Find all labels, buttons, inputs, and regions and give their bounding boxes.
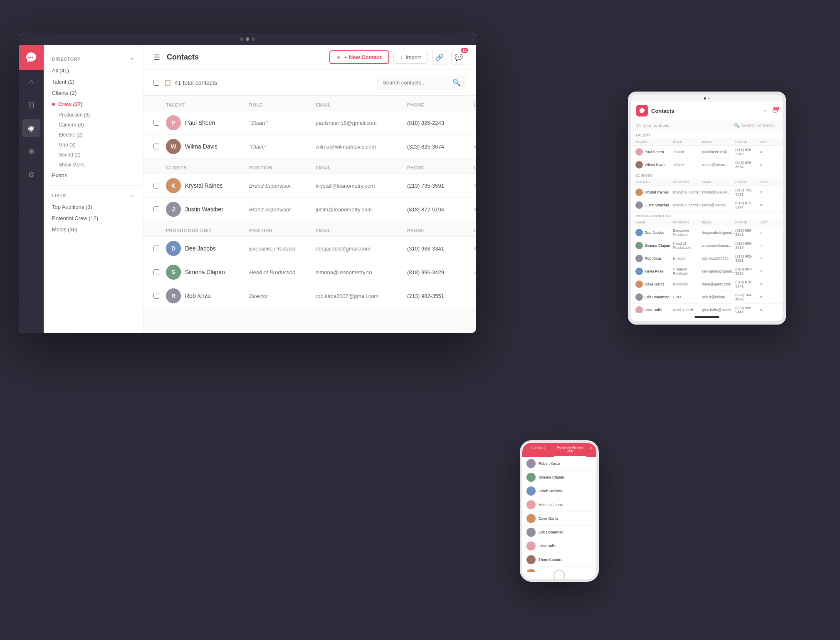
col-role: ROLE	[249, 102, 316, 107]
avatar: K	[166, 178, 181, 193]
phone-tabs: Contacts Potential Writers (13) ✕	[522, 443, 596, 457]
sidebar-item-top-auditions[interactable]: Top Auditions (3)	[44, 201, 143, 213]
search-input[interactable]	[383, 79, 449, 86]
notifications-button[interactable]: 💬 12	[451, 50, 466, 65]
client-row[interactable]: J Justin Watcher Brand Supervisor justin…	[143, 198, 476, 221]
tablet-table: TALENT TALENT ROLE EMAIL PHONE LIST Paul…	[631, 131, 783, 313]
sidebar-item-clients[interactable]: Clients (2)	[44, 87, 143, 99]
phone-tab-contacts[interactable]: Contacts	[522, 443, 554, 457]
tablet-row[interactable]: Kevin Pires Creative Producer kevmpires@…	[631, 265, 783, 278]
avatar: R	[166, 288, 181, 303]
tablet-row[interactable]: Wilma Davis "Claire" wilma@wilma... (323…	[631, 159, 783, 171]
nav-contacts-icon[interactable]: ◉	[22, 119, 40, 137]
phone-list-item[interactable]: Melinda Johns	[522, 498, 596, 512]
list-icon[interactable]: ≡	[474, 206, 476, 213]
phone-home-button[interactable]	[553, 570, 565, 581]
tablet-logo	[636, 105, 648, 117]
row-checkbox[interactable]	[153, 246, 159, 251]
app-logo[interactable]	[19, 45, 44, 70]
list-icon[interactable]: ≡	[474, 119, 476, 126]
tablet-row[interactable]: Rob Kirza Director rob.kirza2007@... (21…	[631, 252, 783, 265]
topbar: ☰ Contacts + + New Contact ↓ Import 🔗 💬 …	[143, 45, 476, 70]
row-checkbox[interactable]	[153, 293, 159, 299]
lists-section-header[interactable]: LISTS	[44, 190, 143, 201]
avatar	[526, 514, 536, 523]
nav-group-icon[interactable]: ⊕	[22, 142, 40, 161]
tablet-toolbar: 41 total contacts 🔍 Search contacts...	[631, 120, 783, 131]
row-checkbox[interactable]	[153, 206, 159, 212]
row-checkbox[interactable]	[153, 120, 159, 126]
sidebar-item-extras[interactable]: Extras	[44, 170, 143, 181]
sidebar-item-sound[interactable]: Sound (2)	[44, 150, 143, 160]
sidebar: DIRECTORY All (41) Talent (2) Clients (2…	[44, 45, 143, 333]
production-row[interactable]: R Rob Kirza Director rob.kirza2007@gmail…	[143, 284, 476, 308]
row-checkbox[interactable]	[153, 269, 159, 275]
phone-list-item[interactable]: Gina Balis	[522, 539, 596, 553]
titlebar-dot	[246, 37, 249, 41]
production-row[interactable]: D Dee Jacobs Executive Producer deejacob…	[143, 237, 476, 260]
avatar	[526, 528, 536, 537]
sidebar-item-crew[interactable]: Crew (37)	[44, 99, 143, 110]
link-button[interactable]: 🔗	[432, 50, 447, 65]
list-icon[interactable]: ≡	[474, 182, 476, 189]
tablet-row[interactable]: Simona Clapan Head of Production simona@…	[631, 239, 783, 252]
tablet-row[interactable]: Gina Balis Prod. Coord. gina.balis@aesm.…	[631, 304, 783, 313]
sidebar-item-potential-crew[interactable]: Potential Crew (12)	[44, 213, 143, 224]
sidebar-item-production[interactable]: Production (8)	[44, 110, 143, 120]
tablet-clients-label: CLIENTS	[631, 171, 783, 179]
tablet-edit-icon[interactable]: ✏	[763, 109, 767, 113]
client-row[interactable]: K Krystal Raines Brand Supervisor krysta…	[143, 174, 476, 198]
nav-settings-icon[interactable]: ⚙	[22, 166, 40, 184]
avatar: S	[166, 265, 181, 280]
list-icon[interactable]: ≡	[474, 293, 476, 299]
phone-list-item[interactable]: Caleb Jenkins	[522, 484, 596, 498]
hamburger-icon[interactable]: ☰	[153, 53, 160, 62]
col-list: LIST	[474, 102, 476, 107]
tablet-notif-icon[interactable]: 💬12	[773, 109, 778, 113]
phone-tab-writers[interactable]: Potential Writers (13)	[554, 443, 586, 457]
phone-list-item[interactable]: Robert Kirazi	[522, 457, 596, 471]
sidebar-item-electric[interactable]: Electric (2)	[44, 130, 143, 140]
tablet-row[interactable]: Erik Hoberman UPM erik.h@holoie... (562)…	[631, 291, 783, 304]
phone-list-item[interactable]: Erik Hoberman	[522, 526, 596, 539]
sidebar-item-grip[interactable]: Grip (3)	[44, 140, 143, 150]
phone-list-item-thom[interactable]: Thom Couture	[522, 553, 596, 567]
row-checkbox[interactable]	[153, 144, 159, 149]
talent-row[interactable]: P Paul Sheen "Stuart" paulsheen18@gmail.…	[143, 111, 476, 135]
col-list: LIST	[474, 228, 476, 233]
chevron-down-icon	[130, 57, 135, 62]
tablet-row[interactable]: Dee Jacobs Executive Producer deejacobs@…	[631, 226, 783, 239]
row-checkbox[interactable]	[153, 183, 159, 189]
col-list: LIST	[474, 165, 476, 170]
list-icon[interactable]: ≡	[474, 143, 476, 150]
sidebar-item-meals[interactable]: Meals (36)	[44, 224, 143, 235]
avatar	[526, 500, 536, 509]
phone-close-icon[interactable]: ✕	[586, 443, 596, 457]
sidebar-divider	[44, 185, 143, 186]
col-clients: CLIENTS	[166, 165, 249, 170]
tablet-row[interactable]: Justin Watcher Brand Supervisor justin@l…	[631, 199, 783, 212]
list-icon[interactable]: ≡	[474, 245, 476, 252]
sidebar-item-show-more[interactable]: Show More..	[44, 160, 143, 170]
name-cell: W Wilma Davis	[166, 139, 249, 154]
import-button[interactable]: ↓ Import	[393, 51, 428, 64]
sidebar-item-camera[interactable]: Camera (8)	[44, 120, 143, 130]
sidebar-item-all[interactable]: All (41)	[44, 65, 143, 76]
directory-section-header[interactable]: DIRECTORY	[44, 53, 143, 65]
tablet-row[interactable]: Paul Sheen "Stuart" paulsheen18@... (818…	[631, 146, 783, 159]
contacts-toolbar: 📋 41 total contacts 🔍	[143, 70, 476, 96]
list-icon[interactable]: ≡	[474, 269, 476, 275]
nav-home-icon[interactable]: ⌂	[22, 72, 40, 91]
production-row[interactable]: S Simona Clapan Head of Production simon…	[143, 260, 476, 284]
nav-briefcase-icon[interactable]: ⊟	[22, 96, 40, 114]
select-all-checkbox[interactable]	[153, 80, 159, 86]
phone-list-item[interactable]: Simona Clapan	[522, 471, 596, 484]
row-actions: ≡ ⋮	[474, 119, 476, 126]
clients-columns-header: CLIENTS POSITION EMAIL PHONE LIST	[143, 162, 476, 174]
tablet-row[interactable]: Krystal Raines Brand Supervisor krystal@…	[631, 186, 783, 199]
talent-row[interactable]: W Wilma Davis "Claire" wilma@wilmaddavis…	[143, 135, 476, 159]
sidebar-item-talent[interactable]: Talent (2)	[44, 76, 143, 87]
phone-list-item[interactable]: Dave Gantz	[522, 512, 596, 526]
new-contact-button[interactable]: + + New Contact	[329, 50, 389, 64]
tablet-row[interactable]: Dave Gantz Producer dave@gantz.com (310)…	[631, 278, 783, 291]
